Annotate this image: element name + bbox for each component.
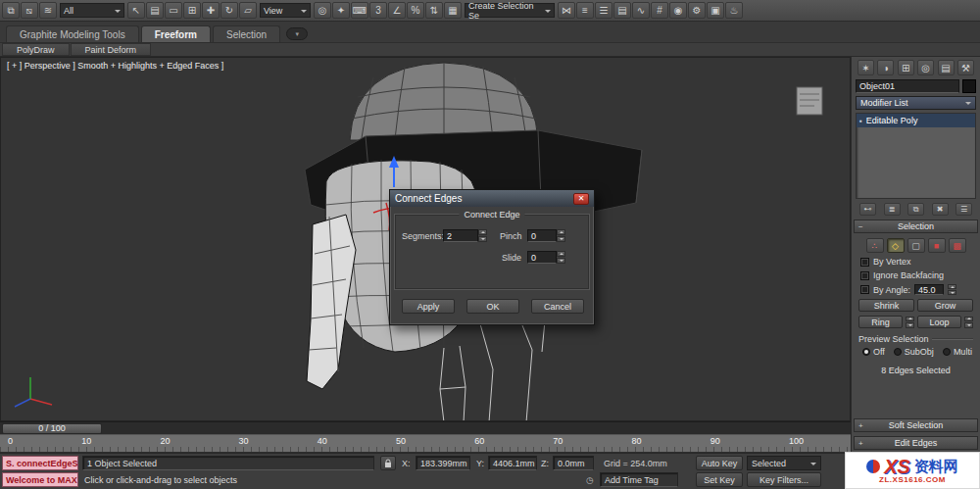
slide-spinner[interactable] (557, 251, 565, 264)
use-pivot-center-icon[interactable]: ◎ (314, 2, 331, 19)
named-selection-set-dropdown[interactable]: Create Selection Se (465, 3, 555, 18)
preview-off-radio[interactable]: Off (862, 347, 885, 357)
shrink-button[interactable]: Shrink (858, 299, 914, 312)
border-mode-button[interactable]: ▢ (907, 238, 925, 253)
utilities-tab-icon[interactable]: ⚒ (957, 60, 974, 75)
remove-modifier-icon[interactable]: ✖ (932, 203, 949, 216)
segments-spinner[interactable] (478, 229, 487, 242)
edge-mode-button[interactable]: ◇ (887, 238, 905, 253)
track-bar[interactable]: 0 / 100 (0, 421, 851, 434)
polydraw-panel-tab[interactable]: PolyDraw (2, 43, 70, 56)
polygon-mode-button[interactable]: ■ (928, 238, 946, 253)
slide-field[interactable]: 0 (527, 251, 557, 264)
by-angle-spinner[interactable] (948, 284, 956, 295)
segments-field[interactable]: 2 (443, 229, 478, 242)
keyboard-override-icon[interactable]: ⌨ (351, 2, 368, 19)
selected-set-dropdown[interactable]: Selected (747, 456, 821, 470)
align-icon[interactable]: ≡ (576, 2, 594, 19)
graphite-ribbon-toggle-icon[interactable]: ▤ (613, 2, 631, 19)
make-unique-icon[interactable]: ⧉ (907, 203, 924, 216)
select-and-move-icon[interactable]: ✚ (202, 2, 220, 19)
grow-button[interactable]: Grow (917, 299, 973, 312)
percent-snap-icon[interactable]: % (407, 2, 424, 19)
ring-button[interactable]: Ring (858, 316, 903, 328)
z-coordinate-field[interactable]: 0.0mm (553, 456, 594, 470)
timeline-ruler[interactable]: 0102030405060708090100 (0, 434, 851, 453)
tab-freeform[interactable]: Freeform (141, 25, 211, 42)
y-coordinate-field[interactable]: 4406.1mm (488, 456, 537, 470)
preview-multi-radio[interactable]: Multi (943, 347, 972, 357)
select-and-link-icon[interactable]: ⧉ (2, 2, 20, 19)
create-tab-icon[interactable]: ✶ (858, 60, 874, 75)
bind-to-space-warp-icon[interactable]: ≋ (39, 2, 57, 19)
unlink-selection-icon[interactable]: ⧅ (21, 2, 38, 19)
cancel-button[interactable]: Cancel (531, 299, 584, 314)
dialog-titlebar[interactable]: Connect Edges ✕ (390, 190, 594, 207)
maxscript-listener[interactable]: Welcome to MAX! (2, 472, 78, 487)
layer-manager-icon[interactable]: ☰ (595, 2, 612, 19)
select-and-scale-icon[interactable]: ▱ (239, 2, 257, 19)
modifier-list-dropdown[interactable]: Modifier List (856, 96, 976, 110)
close-icon[interactable]: ✕ (573, 193, 589, 205)
object-name-field[interactable]: Object01 (856, 79, 959, 93)
select-by-name-icon[interactable]: ▤ (146, 2, 164, 19)
paint-deform-panel-tab[interactable]: Paint Deform (71, 43, 152, 56)
modify-tab-icon[interactable]: ◑ (877, 60, 894, 75)
selection-rollout-header[interactable]: − Selection (854, 220, 978, 233)
set-key-button[interactable]: Set Key (696, 472, 743, 487)
configure-modifier-sets-icon[interactable]: ☰ (956, 203, 972, 216)
display-tab-icon[interactable]: ▤ (938, 60, 955, 75)
selection-lock-button[interactable] (380, 456, 396, 470)
motion-tab-icon[interactable]: ◎ (917, 60, 934, 75)
ok-button[interactable]: OK (466, 299, 519, 314)
add-time-tag-button[interactable]: Add Time Tag (600, 472, 678, 487)
ribbon-options-button[interactable]: ▾ (286, 27, 308, 40)
curve-editor-icon[interactable]: ∿ (632, 2, 650, 19)
pin-stack-icon[interactable]: ⊷ (859, 203, 876, 216)
tab-selection[interactable]: Selection (213, 25, 280, 42)
ignore-backfacing-checkbox[interactable]: Ignore Backfacing (860, 270, 971, 280)
reference-coordinate-dropdown[interactable]: View (260, 3, 311, 18)
pinch-field[interactable]: 0 (527, 229, 557, 242)
tab-graphite-modeling-tools[interactable]: Graphite Modeling Tools (6, 25, 139, 42)
by-angle-checkbox[interactable]: By Angle: 45.0 (860, 284, 971, 295)
show-end-result-icon[interactable]: ≣ (884, 203, 901, 216)
stack-item-editable-poly[interactable]: ▪ Editable Poly (857, 114, 975, 127)
vertex-mode-button[interactable]: ∴ (866, 238, 884, 253)
object-color-swatch[interactable] (962, 79, 976, 93)
edit-edges-rollout-header[interactable]: + Edit Edges (854, 436, 978, 450)
loop-spinner[interactable] (964, 317, 973, 328)
soft-selection-rollout-header[interactable]: + Soft Selection (854, 418, 978, 432)
element-mode-button[interactable]: ▩ (949, 238, 966, 253)
spinner-snap-icon[interactable]: ⇅ (425, 2, 443, 19)
snaps-toggle-icon[interactable]: 3 (369, 2, 387, 19)
select-and-manipulate-icon[interactable]: ✦ (332, 2, 350, 19)
pinch-spinner[interactable] (557, 229, 565, 242)
select-and-rotate-icon[interactable]: ↻ (220, 2, 238, 19)
render-production-icon[interactable]: ♨ (725, 2, 743, 19)
viewport-label[interactable]: [ + ] Perspective ] Smooth + Highlights … (7, 61, 223, 71)
rectangular-selection-region-icon[interactable]: ▭ (165, 2, 182, 19)
maxscript-recorder[interactable]: S. connectEdgeS (2, 456, 78, 470)
ring-spinner[interactable] (906, 317, 914, 328)
x-coordinate-field[interactable]: 183.399mm (416, 456, 470, 470)
angle-snap-icon[interactable]: ∠ (388, 2, 406, 19)
material-editor-icon[interactable]: ◉ (669, 2, 687, 19)
time-slider-handle[interactable]: 0 / 100 (2, 423, 102, 434)
auto-key-button[interactable]: Auto Key (696, 456, 743, 470)
render-setup-icon[interactable]: ⚙ (688, 2, 706, 19)
hierarchy-tab-icon[interactable]: ⊞ (898, 60, 914, 75)
preview-subobj-radio[interactable]: SubObj (894, 347, 934, 357)
by-angle-field[interactable]: 45.0 (914, 284, 944, 295)
rendered-frame-icon[interactable]: ▣ (707, 2, 724, 19)
named-selection-sets-icon[interactable]: ▦ (444, 2, 462, 19)
schematic-view-icon[interactable]: # (651, 2, 668, 19)
mirror-icon[interactable]: ⋈ (558, 2, 575, 19)
window-crossing-icon[interactable]: ⊞ (183, 2, 201, 19)
apply-button[interactable]: Apply (402, 299, 455, 314)
key-filters-button[interactable]: Key Filters... (747, 472, 821, 487)
selection-filter-dropdown[interactable]: All (60, 3, 124, 18)
select-object-icon[interactable]: ↖ (127, 2, 145, 19)
loop-button[interactable]: Loop (917, 316, 961, 328)
by-vertex-checkbox[interactable]: By Vertex (860, 257, 971, 267)
